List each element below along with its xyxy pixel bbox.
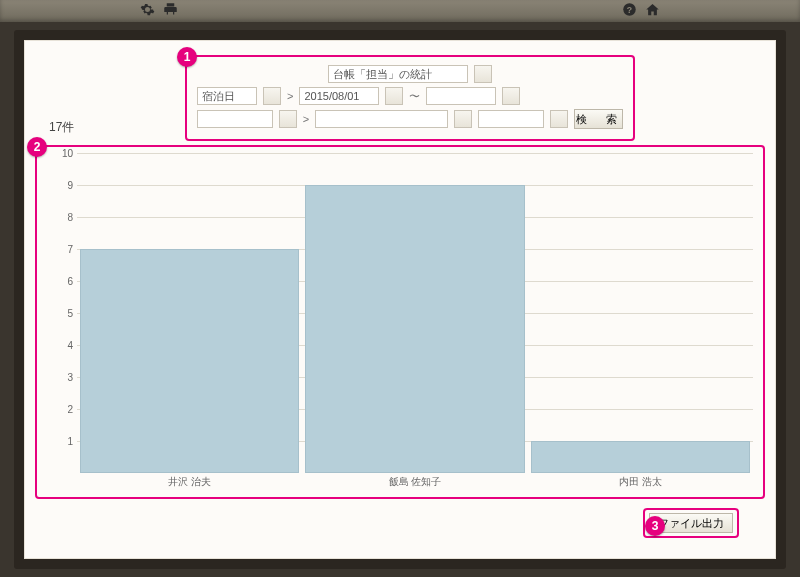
filter-field-b[interactable] (315, 110, 448, 128)
bar (531, 441, 750, 473)
bar-chart: 12345678910井沢 治夫飯島 佐知子内田 浩太 (77, 153, 753, 473)
stats-title-picker[interactable] (474, 65, 492, 83)
x-axis-label: 飯島 佐知子 (302, 475, 527, 489)
y-axis-label: 4 (59, 340, 73, 351)
window-frame: 台帳「担当」の統計 宿泊日 > 2015/08/01 〜 > (14, 30, 786, 569)
filter-panel: 台帳「担当」の統計 宿泊日 > 2015/08/01 〜 > (185, 55, 635, 141)
y-axis-label: 5 (59, 308, 73, 319)
content-panel: 台帳「担当」の統計 宿泊日 > 2015/08/01 〜 > (24, 40, 776, 559)
x-axis-label: 井沢 治夫 (77, 475, 302, 489)
chart-panel: 12345678910井沢 治夫飯島 佐知子内田 浩太 (35, 145, 765, 499)
stats-title-field: 台帳「担当」の統計 (328, 65, 468, 83)
y-axis-label: 10 (59, 148, 73, 159)
filter-field-c[interactable] (478, 110, 545, 128)
app-toolbar: ? (0, 0, 800, 22)
bar (305, 185, 524, 473)
date-to-field[interactable] (426, 87, 496, 105)
help-icon[interactable]: ? (622, 2, 637, 19)
annotation-badge-1: 1 (177, 47, 197, 67)
date-to-picker[interactable] (502, 87, 520, 105)
search-button[interactable]: 検 索 (574, 109, 623, 129)
y-axis-label: 7 (59, 244, 73, 255)
gear-icon[interactable] (140, 2, 155, 19)
bar-slot: 井沢 治夫 (77, 153, 302, 473)
bar (80, 249, 299, 473)
y-axis-label: 3 (59, 372, 73, 383)
date-label-picker[interactable] (263, 87, 281, 105)
y-axis-label: 9 (59, 180, 73, 191)
filter-field-b-picker[interactable] (454, 110, 472, 128)
date-from-field[interactable]: 2015/08/01 (299, 87, 379, 105)
gt-separator-2: > (303, 113, 309, 125)
annotation-badge-3: 3 (645, 516, 665, 536)
y-axis-label: 2 (59, 404, 73, 415)
gt-separator-1: > (287, 90, 293, 102)
filter-field-a-picker[interactable] (279, 110, 297, 128)
bar-slot: 飯島 佐知子 (302, 153, 527, 473)
y-axis-label: 8 (59, 212, 73, 223)
result-count: 17件 (49, 119, 74, 136)
filter-field-a[interactable] (197, 110, 273, 128)
home-icon[interactable] (645, 2, 660, 19)
bar-slot: 内田 浩太 (528, 153, 753, 473)
y-axis-label: 6 (59, 276, 73, 287)
date-label-field: 宿泊日 (197, 87, 257, 105)
y-axis-label: 1 (59, 436, 73, 447)
printer-icon[interactable] (163, 2, 178, 19)
bars-container: 井沢 治夫飯島 佐知子内田 浩太 (77, 153, 753, 473)
x-axis-label: 内田 浩太 (528, 475, 753, 489)
date-from-picker[interactable] (385, 87, 403, 105)
svg-text:?: ? (627, 5, 632, 15)
filter-field-c-picker[interactable] (550, 110, 568, 128)
annotation-badge-2: 2 (27, 137, 47, 157)
tilde-separator: 〜 (409, 89, 420, 104)
